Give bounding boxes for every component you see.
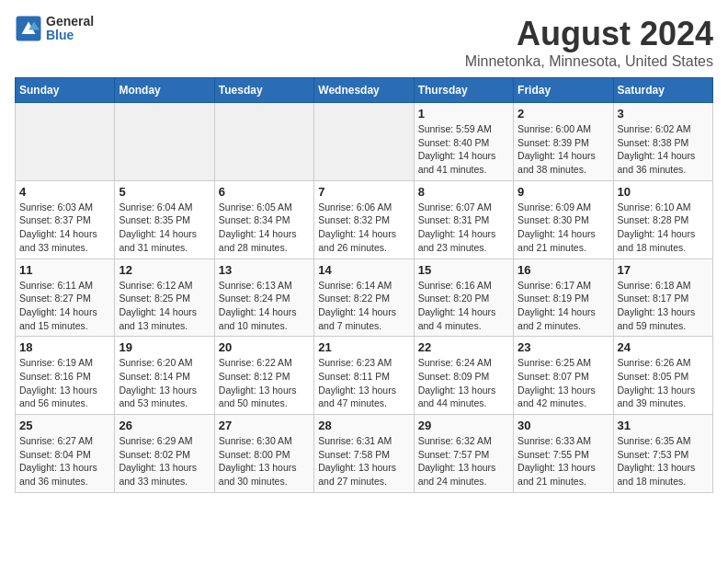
calendar-week-row: 11Sunrise: 6:11 AM Sunset: 8:27 PM Dayli… xyxy=(16,259,713,337)
day-number: 13 xyxy=(219,263,310,277)
day-number: 20 xyxy=(219,340,310,354)
calendar-cell xyxy=(16,103,115,181)
day-info: Sunrise: 6:07 AM Sunset: 8:31 PM Dayligh… xyxy=(418,201,509,255)
calendar-cell xyxy=(214,103,313,181)
day-info: Sunrise: 6:06 AM Sunset: 8:32 PM Dayligh… xyxy=(318,201,409,255)
day-number: 21 xyxy=(318,340,409,354)
calendar-cell: 17Sunrise: 6:18 AM Sunset: 8:17 PM Dayli… xyxy=(613,259,712,337)
weekday-header: Thursday xyxy=(414,78,513,103)
day-info: Sunrise: 6:16 AM Sunset: 8:20 PM Dayligh… xyxy=(418,279,509,333)
day-info: Sunrise: 6:00 AM Sunset: 8:39 PM Dayligh… xyxy=(518,122,609,177)
calendar-cell: 1Sunrise: 5:59 AM Sunset: 8:40 PM Daylig… xyxy=(414,103,513,181)
day-info: Sunrise: 6:12 AM Sunset: 8:25 PM Dayligh… xyxy=(119,279,210,333)
day-number: 24 xyxy=(618,340,709,354)
day-info: Sunrise: 6:13 AM Sunset: 8:24 PM Dayligh… xyxy=(219,279,310,333)
day-number: 22 xyxy=(418,340,509,354)
day-number: 18 xyxy=(19,340,110,354)
day-number: 16 xyxy=(518,263,609,277)
day-info: Sunrise: 6:22 AM Sunset: 8:12 PM Dayligh… xyxy=(219,356,310,410)
day-info: Sunrise: 5:59 AM Sunset: 8:40 PM Dayligh… xyxy=(418,122,509,177)
main-title: August 2024 xyxy=(465,15,713,53)
day-number: 12 xyxy=(119,263,210,277)
day-info: Sunrise: 6:14 AM Sunset: 8:22 PM Dayligh… xyxy=(318,279,409,333)
calendar-cell: 23Sunrise: 6:25 AM Sunset: 8:07 PM Dayli… xyxy=(514,337,613,415)
day-info: Sunrise: 6:23 AM Sunset: 8:11 PM Dayligh… xyxy=(318,356,409,410)
calendar-cell: 28Sunrise: 6:31 AM Sunset: 7:58 PM Dayli… xyxy=(314,415,414,493)
calendar-header: SundayMondayTuesdayWednesdayThursdayFrid… xyxy=(16,78,713,103)
day-number: 14 xyxy=(318,263,409,277)
calendar-week-row: 1Sunrise: 5:59 AM Sunset: 8:40 PM Daylig… xyxy=(16,103,713,181)
calendar-cell: 27Sunrise: 6:30 AM Sunset: 8:00 PM Dayli… xyxy=(214,415,313,493)
day-info: Sunrise: 6:04 AM Sunset: 8:35 PM Dayligh… xyxy=(119,201,210,255)
calendar-cell: 19Sunrise: 6:20 AM Sunset: 8:14 PM Dayli… xyxy=(115,337,214,415)
day-info: Sunrise: 6:27 AM Sunset: 8:04 PM Dayligh… xyxy=(19,434,110,488)
day-info: Sunrise: 6:24 AM Sunset: 8:09 PM Dayligh… xyxy=(418,356,509,410)
day-number: 11 xyxy=(19,263,110,277)
logo-text: General Blue xyxy=(46,15,94,43)
day-number: 25 xyxy=(19,419,110,432)
calendar-cell: 16Sunrise: 6:17 AM Sunset: 8:19 PM Dayli… xyxy=(514,259,613,337)
weekday-header: Tuesday xyxy=(214,78,313,103)
day-info: Sunrise: 6:20 AM Sunset: 8:14 PM Dayligh… xyxy=(119,356,210,410)
calendar-cell: 21Sunrise: 6:23 AM Sunset: 8:11 PM Dayli… xyxy=(314,337,414,415)
calendar-cell: 3Sunrise: 6:02 AM Sunset: 8:38 PM Daylig… xyxy=(613,103,712,181)
day-number: 4 xyxy=(19,185,110,199)
day-info: Sunrise: 6:35 AM Sunset: 7:53 PM Dayligh… xyxy=(618,434,709,488)
day-info: Sunrise: 6:33 AM Sunset: 7:55 PM Dayligh… xyxy=(518,434,609,488)
day-number: 5 xyxy=(119,185,210,199)
day-number: 3 xyxy=(618,107,709,121)
calendar-cell xyxy=(115,103,214,181)
calendar-cell: 22Sunrise: 6:24 AM Sunset: 8:09 PM Dayli… xyxy=(414,337,513,415)
day-number: 6 xyxy=(219,185,310,199)
calendar-cell: 11Sunrise: 6:11 AM Sunset: 8:27 PM Dayli… xyxy=(16,259,115,337)
day-info: Sunrise: 6:05 AM Sunset: 8:34 PM Dayligh… xyxy=(219,201,310,255)
calendar-cell: 30Sunrise: 6:33 AM Sunset: 7:55 PM Dayli… xyxy=(514,415,613,493)
weekday-header: Friday xyxy=(514,78,613,103)
day-number: 2 xyxy=(518,107,609,121)
weekday-row: SundayMondayTuesdayWednesdayThursdayFrid… xyxy=(16,78,713,103)
day-info: Sunrise: 6:26 AM Sunset: 8:05 PM Dayligh… xyxy=(618,356,709,410)
day-number: 10 xyxy=(618,185,709,199)
day-number: 17 xyxy=(618,263,709,277)
calendar-cell: 18Sunrise: 6:19 AM Sunset: 8:16 PM Dayli… xyxy=(16,337,115,415)
calendar-cell: 15Sunrise: 6:16 AM Sunset: 8:20 PM Dayli… xyxy=(414,259,513,337)
calendar-cell: 8Sunrise: 6:07 AM Sunset: 8:31 PM Daylig… xyxy=(414,180,513,259)
day-info: Sunrise: 6:31 AM Sunset: 7:58 PM Dayligh… xyxy=(318,434,409,488)
calendar-cell: 12Sunrise: 6:12 AM Sunset: 8:25 PM Dayli… xyxy=(115,259,214,337)
calendar-week-row: 4Sunrise: 6:03 AM Sunset: 8:37 PM Daylig… xyxy=(16,180,713,259)
calendar-cell: 26Sunrise: 6:29 AM Sunset: 8:02 PM Dayli… xyxy=(115,415,214,493)
day-info: Sunrise: 6:32 AM Sunset: 7:57 PM Dayligh… xyxy=(418,434,509,488)
calendar-cell xyxy=(314,103,414,181)
subtitle: Minnetonka, Minnesota, United States xyxy=(465,53,713,70)
day-number: 1 xyxy=(418,107,509,121)
day-number: 8 xyxy=(418,185,509,199)
day-info: Sunrise: 6:10 AM Sunset: 8:28 PM Dayligh… xyxy=(618,201,709,255)
day-info: Sunrise: 6:25 AM Sunset: 8:07 PM Dayligh… xyxy=(518,356,609,410)
weekday-header: Saturday xyxy=(613,78,712,103)
day-number: 27 xyxy=(219,419,310,432)
calendar-cell: 2Sunrise: 6:00 AM Sunset: 8:39 PM Daylig… xyxy=(514,103,613,181)
calendar-cell: 7Sunrise: 6:06 AM Sunset: 8:32 PM Daylig… xyxy=(314,180,414,259)
calendar-week-row: 18Sunrise: 6:19 AM Sunset: 8:16 PM Dayli… xyxy=(16,337,713,415)
day-number: 9 xyxy=(518,185,609,199)
logo-general: General xyxy=(46,15,94,29)
day-number: 29 xyxy=(418,419,509,432)
calendar-cell: 14Sunrise: 6:14 AM Sunset: 8:22 PM Dayli… xyxy=(314,259,414,337)
day-info: Sunrise: 6:18 AM Sunset: 8:17 PM Dayligh… xyxy=(618,279,709,333)
day-number: 28 xyxy=(318,419,409,432)
day-info: Sunrise: 6:02 AM Sunset: 8:38 PM Dayligh… xyxy=(618,122,709,177)
calendar-cell: 10Sunrise: 6:10 AM Sunset: 8:28 PM Dayli… xyxy=(613,180,712,259)
day-number: 19 xyxy=(119,340,210,354)
day-number: 30 xyxy=(518,419,609,432)
calendar-cell: 9Sunrise: 6:09 AM Sunset: 8:30 PM Daylig… xyxy=(514,180,613,259)
day-number: 31 xyxy=(618,419,709,432)
calendar-week-row: 25Sunrise: 6:27 AM Sunset: 8:04 PM Dayli… xyxy=(16,415,713,493)
calendar-cell: 25Sunrise: 6:27 AM Sunset: 8:04 PM Dayli… xyxy=(16,415,115,493)
day-info: Sunrise: 6:03 AM Sunset: 8:37 PM Dayligh… xyxy=(19,201,110,255)
calendar-cell: 20Sunrise: 6:22 AM Sunset: 8:12 PM Dayli… xyxy=(214,337,313,415)
day-number: 23 xyxy=(518,340,609,354)
weekday-header: Monday xyxy=(115,78,214,103)
day-info: Sunrise: 6:29 AM Sunset: 8:02 PM Dayligh… xyxy=(119,434,210,488)
calendar-table: SundayMondayTuesdayWednesdayThursdayFrid… xyxy=(15,77,713,493)
logo-icon xyxy=(15,15,42,42)
